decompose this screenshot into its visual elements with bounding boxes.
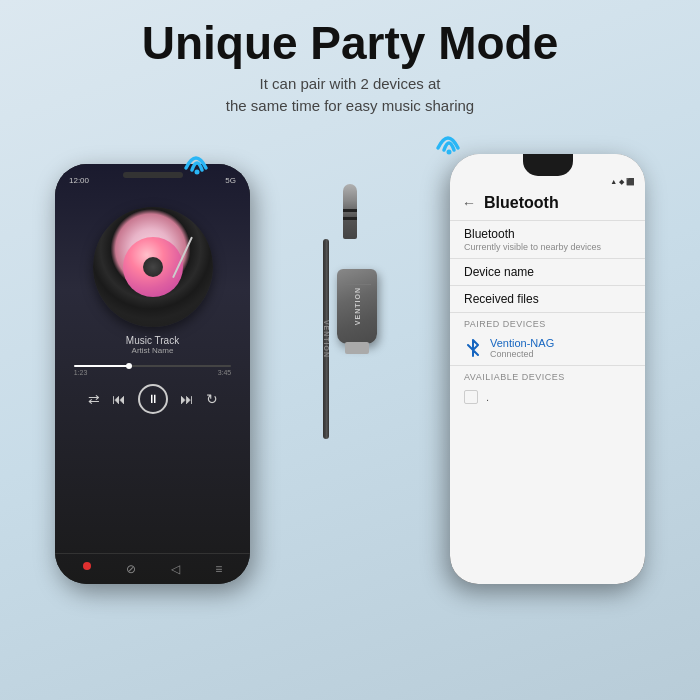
bluetooth-icon <box>464 339 482 357</box>
paired-device-status: Connected <box>490 349 554 359</box>
usb-dongle: VENTION <box>337 269 377 344</box>
vinyl-center <box>143 257 163 277</box>
wifi-wave-right <box>430 120 468 162</box>
progress-bar[interactable]: 1:23 3:45 <box>74 365 232 376</box>
prev-button[interactable]: ⏮ <box>112 391 126 407</box>
available-device-row[interactable]: . <box>450 384 645 410</box>
repeat-button[interactable]: ↻ <box>206 391 218 407</box>
page-title: Unique Party Mode <box>0 18 700 69</box>
cable-brand-label: VENTION <box>323 320 330 358</box>
available-device-name: . <box>486 391 489 403</box>
left-phone: 12:00 5G 🌸 Music Track Artist Name <box>55 164 250 584</box>
bt-page-title: Bluetooth <box>484 194 559 212</box>
bottom-controls: ⊘ ◁ ≡ <box>55 553 250 584</box>
next-button[interactable]: ⏭ <box>180 391 194 407</box>
right-phone: ▲ ◆ ⬛ ← Bluetooth Bluetooth Currently vi… <box>450 154 645 584</box>
fill <box>74 365 129 367</box>
paired-device-info: Vention-NAG Connected <box>490 337 554 359</box>
progress-dot <box>126 363 132 369</box>
aux-plug <box>343 184 357 239</box>
back-button[interactable]: ◁ <box>171 562 180 576</box>
artist-name: Artist Name <box>132 346 174 355</box>
phone-notch <box>123 172 183 178</box>
aux-cable-assembly: VENTION VENTION <box>250 184 450 439</box>
center-device: VENTION VENTION <box>250 184 450 439</box>
wifi-wave-left <box>178 140 216 182</box>
bluetooth-screen: ▲ ◆ ⬛ ← Bluetooth Bluetooth Currently vi… <box>450 154 645 584</box>
menu-button[interactable]: ≡ <box>215 562 222 576</box>
home-button[interactable]: ⊘ <box>126 562 136 576</box>
paired-device-row[interactable]: Vention-NAG Connected <box>450 331 645 365</box>
bluetooth-toggle-row[interactable]: Bluetooth Currently visible to nearby de… <box>450 221 645 258</box>
dongle-line <box>343 284 371 285</box>
device-name-row[interactable]: Device name <box>450 259 645 285</box>
usb-connector <box>345 342 369 354</box>
paired-device-name: Vention-NAG <box>490 337 554 349</box>
phone-screen: 12:00 5G 🌸 Music Track Artist Name <box>55 164 250 584</box>
bt-toggle-label: Bluetooth <box>464 227 631 241</box>
page-subtitle: It can pair with 2 devices at the same t… <box>0 73 700 118</box>
available-device-icon <box>464 390 478 404</box>
player-controls: ⇄ ⏮ ⏸ ⏭ ↻ <box>88 384 218 414</box>
main-content: 12:00 5G 🌸 Music Track Artist Name <box>0 124 700 584</box>
usb-brand-label: VENTION <box>354 287 361 325</box>
svg-point-0 <box>195 170 200 175</box>
shuffle-button[interactable]: ⇄ <box>88 391 100 407</box>
time-labels: 1:23 3:45 <box>74 369 232 376</box>
back-arrow-icon[interactable]: ← <box>462 195 476 211</box>
track <box>74 365 232 367</box>
received-files-row[interactable]: Received files <box>450 286 645 312</box>
bt-toggle-sub: Currently visible to nearby devices <box>464 242 631 252</box>
received-files-label: Received files <box>464 292 631 306</box>
paired-section-header: PAIRED DEVICES <box>450 313 645 331</box>
record-dot <box>83 562 91 570</box>
aux-cable: VENTION <box>323 239 329 439</box>
available-section-header: AVAILIABLE DEVICES <box>450 366 645 384</box>
page-header: Unique Party Mode It can pair with 2 dev… <box>0 0 700 124</box>
device-name-label: Device name <box>464 265 631 279</box>
play-button[interactable]: ⏸ <box>138 384 168 414</box>
bt-header: ← Bluetooth <box>450 188 645 220</box>
phone-notch-right <box>523 154 573 176</box>
song-title: Music Track <box>126 335 179 346</box>
vinyl-record: 🌸 <box>93 207 213 327</box>
svg-point-1 <box>447 150 452 155</box>
music-player: 🌸 Music Track Artist Name 1:23 3:45 <box>55 189 250 549</box>
